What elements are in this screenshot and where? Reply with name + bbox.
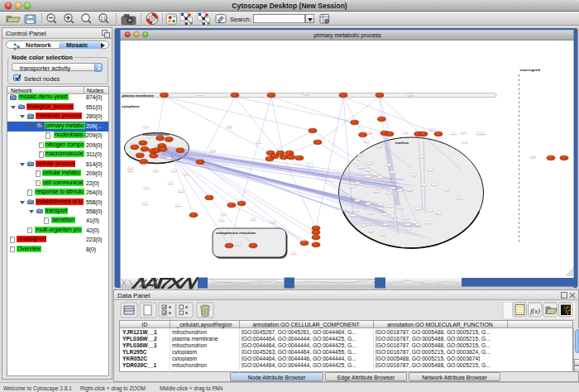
- svg-text:Abc1-2: Abc1-2: [380, 234, 386, 236]
- svg-text:Abc1-2: Abc1-2: [410, 174, 417, 176]
- svg-text:Abc1-2: Abc1-2: [142, 127, 149, 128]
- svg-text:Abc1-2: Abc1-2: [376, 146, 382, 148]
- svg-text:Abc1-2: Abc1-2: [460, 132, 467, 134]
- svg-text:Abc1-2: Abc1-2: [354, 183, 361, 184]
- svg-text:Abc1-2: Abc1-2: [235, 244, 242, 246]
- svg-text:Abc1-2: Abc1-2: [152, 170, 159, 172]
- svg-text:endoplasmic reticulum: endoplasmic reticulum: [216, 231, 256, 235]
- svg-text:Abc1-2: Abc1-2: [428, 129, 435, 131]
- svg-text:Abc1-2: Abc1-2: [361, 225, 367, 227]
- svg-text:Abc1-2: Abc1-2: [357, 155, 364, 156]
- svg-text:Abc1-2: Abc1-2: [365, 170, 371, 171]
- svg-text:Abc1-2: Abc1-2: [367, 231, 374, 232]
- svg-text:Abc1-2: Abc1-2: [390, 188, 396, 189]
- svg-text:Abc1-2: Abc1-2: [414, 208, 421, 210]
- svg-text:Abc1-2: Abc1-2: [407, 94, 414, 96]
- svg-text:Abc1-2: Abc1-2: [218, 220, 225, 222]
- svg-text:Abc1-2: Abc1-2: [404, 224, 411, 226]
- svg-text:Abc1-2: Abc1-2: [427, 170, 433, 171]
- svg-text:Abc1-2: Abc1-2: [290, 253, 297, 255]
- svg-text:Abc1-2: Abc1-2: [404, 218, 410, 219]
- svg-text:1:1: 1:1: [101, 17, 107, 21]
- svg-text:Abc1-2: Abc1-2: [426, 222, 433, 224]
- svg-text:Abc1-2: Abc1-2: [367, 213, 374, 214]
- svg-text:Abc1-2: Abc1-2: [352, 210, 359, 212]
- svg-text:Abc1-2: Abc1-2: [303, 93, 309, 95]
- svg-text:Abc1-2: Abc1-2: [385, 165, 392, 166]
- svg-text:Abc1-2: Abc1-2: [373, 191, 380, 193]
- svg-text:Abc1-2: Abc1-2: [363, 141, 370, 143]
- svg-text:unassigned: unassigned: [520, 68, 541, 72]
- svg-text:Abc1-2: Abc1-2: [402, 132, 409, 134]
- svg-text:Abc1-2: Abc1-2: [197, 94, 203, 96]
- svg-text:Abc1-2: Abc1-2: [143, 188, 150, 189]
- svg-text:Abc1-2: Abc1-2: [354, 200, 361, 202]
- svg-text:Abc1-2: Abc1-2: [146, 136, 153, 138]
- svg-text:Abc1-2: Abc1-2: [396, 190, 403, 192]
- svg-text:Abc1-2: Abc1-2: [175, 205, 181, 207]
- svg-text:Abc1-2: Abc1-2: [349, 186, 356, 188]
- svg-text:mitochondrion: mitochondrion: [143, 132, 170, 136]
- svg-text:Abc1-2: Abc1-2: [462, 142, 468, 144]
- svg-text:Abc1-2: Abc1-2: [141, 203, 148, 205]
- svg-text:Abc1-2: Abc1-2: [414, 224, 421, 226]
- svg-text:Abc1-2: Abc1-2: [170, 170, 177, 172]
- svg-text:Abc1-2: Abc1-2: [366, 132, 373, 134]
- svg-text:Abc1-2: Abc1-2: [419, 156, 425, 158]
- svg-text:Abc1-2: Abc1-2: [450, 133, 457, 135]
- svg-text:f(x): f(x): [530, 307, 540, 315]
- svg-text:Abc1-2: Abc1-2: [209, 151, 216, 152]
- svg-text:Abc1-2: Abc1-2: [365, 203, 371, 205]
- svg-text:Abc1-2: Abc1-2: [476, 133, 482, 135]
- svg-text:Abc1-2: Abc1-2: [382, 224, 389, 226]
- svg-text:Abc1-2: Abc1-2: [314, 241, 321, 242]
- svg-text:Abc1-2: Abc1-2: [167, 183, 174, 184]
- svg-text:Abc1-2: Abc1-2: [405, 228, 412, 230]
- svg-text:Abc1-2: Abc1-2: [397, 208, 404, 209]
- svg-text:Abc1-2: Abc1-2: [377, 177, 384, 179]
- svg-text:Abc1-2: Abc1-2: [390, 172, 396, 174]
- svg-text:Abc1-2: Abc1-2: [443, 189, 450, 191]
- svg-text:Abc1-2: Abc1-2: [250, 219, 256, 221]
- svg-text:Abc1-2: Abc1-2: [357, 167, 364, 169]
- svg-text:Abc1-2: Abc1-2: [390, 216, 397, 218]
- svg-text:Abc1-2: Abc1-2: [427, 210, 433, 212]
- svg-text:Abc1-2: Abc1-2: [420, 184, 427, 186]
- svg-text:nucleus: nucleus: [395, 141, 409, 145]
- svg-text:Abc1-2: Abc1-2: [127, 168, 134, 170]
- svg-text:Abc1-2: Abc1-2: [365, 176, 371, 178]
- svg-text:Abc1-2: Abc1-2: [178, 191, 184, 193]
- svg-text:Abc1-2: Abc1-2: [435, 213, 442, 214]
- svg-text:Abc1-2: Abc1-2: [166, 158, 173, 160]
- svg-text:Abc1-2: Abc1-2: [366, 163, 373, 165]
- svg-text:Abc1-2: Abc1-2: [387, 206, 394, 208]
- svg-text:Abc1-2: Abc1-2: [255, 142, 261, 144]
- svg-text:Abc1-2: Abc1-2: [377, 204, 384, 206]
- svg-text:Abc1-2: Abc1-2: [381, 214, 388, 216]
- svg-text:primary metabolic process: primary metabolic process: [313, 32, 381, 39]
- svg-text:Abc1-2: Abc1-2: [529, 156, 536, 158]
- svg-text:Abc1-2: Abc1-2: [127, 170, 133, 172]
- svg-text:cytoplasm: cytoplasm: [122, 104, 140, 108]
- svg-text:Abc1-2: Abc1-2: [226, 127, 232, 128]
- svg-text:Abc1-2: Abc1-2: [350, 215, 356, 217]
- svg-text:Abc1-2: Abc1-2: [270, 222, 276, 223]
- svg-text:Abc1-2: Abc1-2: [183, 174, 189, 175]
- svg-text:Abc1-2: Abc1-2: [431, 184, 438, 186]
- svg-text:Abc1-2: Abc1-2: [220, 214, 227, 216]
- svg-text:Abc1-2: Abc1-2: [456, 198, 462, 199]
- svg-text:Abc1-2: Abc1-2: [406, 189, 413, 191]
- svg-text:plasma membrane: plasma membrane: [122, 93, 155, 98]
- svg-text:Abc1-2: Abc1-2: [385, 193, 392, 194]
